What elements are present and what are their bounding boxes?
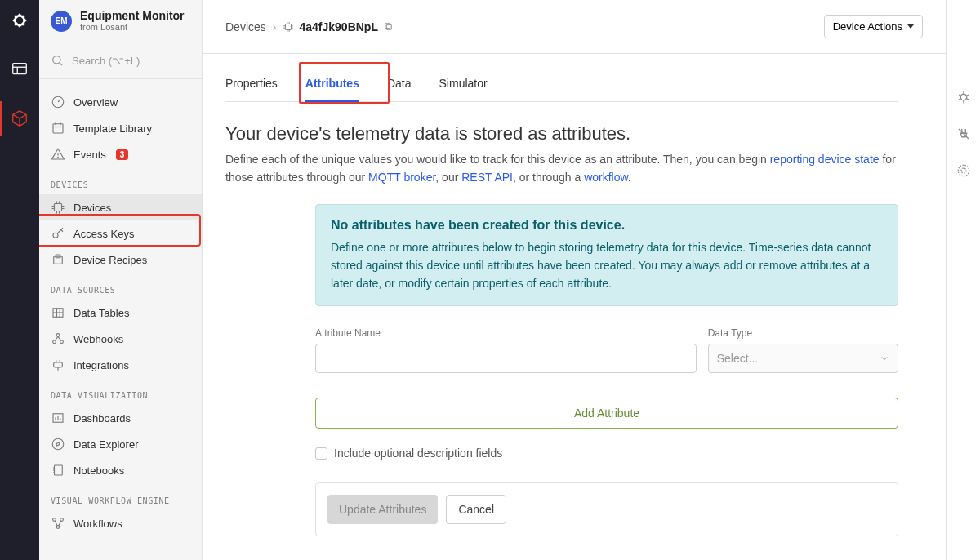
svg-line-61 xyxy=(966,95,969,96)
device-id-text: 4a4fJk90BNpL xyxy=(299,20,378,33)
svg-point-11 xyxy=(58,158,59,158)
tab-properties[interactable]: Properties xyxy=(225,62,278,101)
rail-logo[interactable] xyxy=(0,8,39,33)
add-attribute-button[interactable]: Add Attribute xyxy=(315,398,898,429)
info-box: No attributes have been created for this… xyxy=(315,204,898,306)
app-avatar: EM xyxy=(51,11,72,32)
sidebar-item-device-recipes[interactable]: Device Recipes xyxy=(39,247,202,273)
breadcrumb-root[interactable]: Devices xyxy=(225,20,266,33)
copy-icon[interactable] xyxy=(383,21,394,32)
svg-rect-57 xyxy=(385,24,390,29)
data-type-select[interactable]: Select... xyxy=(708,344,898,373)
sidebar-item-events[interactable]: Events 3 xyxy=(39,141,202,167)
svg-point-67 xyxy=(958,165,969,176)
link-rest-api[interactable]: REST API xyxy=(461,171,513,184)
lead-paragraph: Define each of the unique values you wou… xyxy=(225,151,898,186)
right-rail xyxy=(946,0,980,560)
sidebar-label: Device Recipes xyxy=(74,254,147,266)
sidebar-section-data-viz: Data Visualization xyxy=(39,378,202,405)
main: Devices › 4a4fJk90BNpL Device Actions Pr… xyxy=(203,0,946,560)
search-placeholder: Search (⌥+L) xyxy=(72,55,140,67)
svg-rect-56 xyxy=(386,24,391,29)
checkbox-include-optional[interactable] xyxy=(315,447,327,460)
tab-simulator[interactable]: Simulator xyxy=(439,62,488,101)
compass-icon xyxy=(51,437,65,451)
svg-line-60 xyxy=(959,95,961,96)
svg-line-4 xyxy=(60,63,62,65)
chip-icon xyxy=(283,21,294,33)
sidebar-item-integrations[interactable]: Integrations xyxy=(39,352,202,378)
sidebar-label: Overview xyxy=(74,96,118,109)
sidebar-section-workflow: Visual Workflow Engine xyxy=(39,483,202,510)
breadcrumb-sep: › xyxy=(273,20,277,33)
app-subtitle: from Losant xyxy=(80,22,185,32)
link-mqtt-broker[interactable]: MQTT broker xyxy=(368,171,435,184)
sidebar-label: Access Keys xyxy=(74,228,134,240)
device-actions-label: Device Actions xyxy=(833,20,902,33)
sidebar-item-data-explorer[interactable]: Data Explorer xyxy=(39,431,202,457)
chevron-down-icon xyxy=(880,353,889,363)
device-actions-button[interactable]: Device Actions xyxy=(824,15,923,38)
svg-rect-47 xyxy=(286,24,292,29)
sidebar-label: Data Tables xyxy=(74,307,129,319)
lead-text: Define each of the unique values you wou… xyxy=(225,153,770,166)
sidebar-label: Integrations xyxy=(74,359,129,371)
svg-rect-40 xyxy=(55,465,63,475)
breadcrumb-device: 4a4fJk90BNpL xyxy=(283,20,394,33)
key-icon xyxy=(51,226,65,241)
sidebar-header: EM Equipment Monitor from Losant xyxy=(39,0,202,42)
sidebar-item-access-keys[interactable]: Access Keys xyxy=(39,220,202,247)
update-attributes-button: Update Attributes xyxy=(327,495,438,524)
svg-point-46 xyxy=(56,526,60,529)
sidebar-item-overview[interactable]: Overview xyxy=(39,89,202,115)
svg-point-58 xyxy=(960,94,967,100)
attribute-name-input[interactable] xyxy=(315,344,697,373)
sidebar-section-data-sources: Data Sources xyxy=(39,273,202,300)
sidebar-section-devices: Devices xyxy=(39,167,202,194)
link-workflow[interactable]: workflow xyxy=(584,171,628,184)
info-body: Define one or more attributes below to b… xyxy=(331,239,883,292)
sidebar-item-data-tables[interactable]: Data Tables xyxy=(39,300,202,326)
sidebar: EM Equipment Monitor from Losant Search … xyxy=(39,0,203,560)
power-off-icon[interactable] xyxy=(956,127,971,144)
sidebar-label: Webhooks xyxy=(74,333,123,345)
sidebar-label: Workflows xyxy=(74,518,122,530)
gauge-icon xyxy=(51,95,65,109)
attribute-name-label: Attribute Name xyxy=(315,327,697,339)
svg-rect-12 xyxy=(55,204,62,211)
sidebar-item-workflows[interactable]: Workflows xyxy=(39,510,202,536)
sidebar-item-notebooks[interactable]: Notebooks xyxy=(39,457,202,483)
data-type-label: Data Type xyxy=(708,327,898,339)
svg-point-45 xyxy=(60,518,64,522)
cancel-button[interactable]: Cancel xyxy=(446,495,506,524)
left-rail xyxy=(0,0,39,560)
lead-text: , our xyxy=(435,171,461,184)
tab-data[interactable]: Data xyxy=(387,62,412,101)
topbar: Devices › 4a4fJk90BNpL Device Actions xyxy=(203,0,946,54)
gear-dotted-icon[interactable] xyxy=(956,163,971,180)
sidebar-item-dashboards[interactable]: Dashboards xyxy=(39,405,202,431)
calendar-icon xyxy=(51,121,65,136)
table-icon xyxy=(51,305,65,320)
tab-attributes[interactable]: Attributes xyxy=(305,62,359,101)
svg-rect-0 xyxy=(13,64,27,74)
workflow-icon xyxy=(51,516,65,531)
link-reporting-state[interactable]: reporting device state xyxy=(770,153,880,166)
svg-point-39 xyxy=(52,439,64,451)
include-optional-row[interactable]: Include optional description fields xyxy=(315,447,898,460)
sidebar-item-webhooks[interactable]: Webhooks xyxy=(39,326,202,352)
sidebar-search[interactable]: Search (⌥+L) xyxy=(39,42,202,79)
svg-point-21 xyxy=(53,233,58,238)
svg-point-3 xyxy=(53,56,60,64)
rail-app-icon[interactable] xyxy=(0,106,39,131)
sidebar-item-template-library[interactable]: Template Library xyxy=(39,115,202,141)
bug-icon[interactable] xyxy=(956,90,971,107)
sidebar-label: Notebooks xyxy=(74,464,124,477)
webhook-icon xyxy=(51,331,65,346)
lead-text: . xyxy=(628,171,631,184)
svg-rect-6 xyxy=(53,124,63,133)
form-footer: Update Attributes Cancel xyxy=(315,482,898,536)
sidebar-item-devices[interactable]: Devices xyxy=(39,194,202,220)
alert-icon xyxy=(51,147,65,162)
rail-dashboards-icon[interactable] xyxy=(0,57,39,82)
